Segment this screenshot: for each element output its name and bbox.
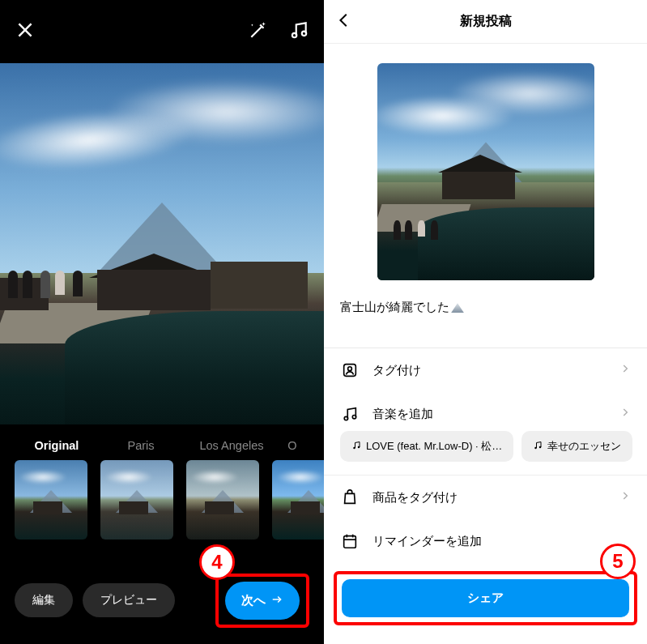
svg-point-12 xyxy=(539,446,542,448)
music-chip-2-label: 幸せのエッセン xyxy=(547,439,621,454)
annotation-badge-4: 4 xyxy=(199,544,235,580)
next-button-label: 次へ xyxy=(241,593,266,608)
filter-thumb-losangeles[interactable] xyxy=(186,460,259,540)
calendar-icon xyxy=(340,532,360,550)
new-post-header: 新規投稿 xyxy=(324,0,647,44)
annotation-badge-5: 5 xyxy=(600,544,636,579)
svg-point-11 xyxy=(535,446,538,449)
option-tag-people[interactable]: タグ付け xyxy=(324,348,647,392)
option-add-reminder[interactable]: リマインダーを追加 xyxy=(324,519,647,563)
edit-screen: Original Paris Los Angeles O 編集 プレビュー 4 … xyxy=(0,0,324,644)
filter-label-paris[interactable]: Paris xyxy=(99,439,183,452)
music-chip-1-label: LOVE (feat. Mr.Low-D) · 松… xyxy=(366,439,502,454)
filter-thumb-paris[interactable] xyxy=(100,460,173,540)
svg-point-3 xyxy=(302,32,306,36)
post-preview-image[interactable] xyxy=(377,63,594,280)
svg-point-7 xyxy=(344,416,347,420)
post-options: タグ付け 音楽を追加 LOVE (feat. Mr.Low-D) · 松… 幸せ… xyxy=(324,348,647,563)
shopping-bag-icon xyxy=(340,488,360,506)
new-post-screen: 新規投稿 富士山が綺麗でした タグ付け xyxy=(324,0,647,644)
chevron-right-icon xyxy=(619,363,631,377)
svg-point-6 xyxy=(348,367,352,371)
close-icon[interactable] xyxy=(15,19,36,44)
edit-bottom-bar: 編集 プレビュー 4 次へ xyxy=(0,571,324,644)
option-tag-people-label: タグ付け xyxy=(372,363,607,378)
main-photo-preview[interactable] xyxy=(0,63,324,424)
annotation-highlight-5: 5 シェア xyxy=(334,571,637,625)
music-note-icon xyxy=(340,405,360,423)
chevron-right-icon xyxy=(619,407,631,421)
option-add-music[interactable]: 音楽を追加 xyxy=(324,392,647,431)
filter-thumb-original[interactable] xyxy=(15,460,87,540)
back-icon[interactable] xyxy=(335,11,353,32)
music-suggestions: LOVE (feat. Mr.Low-D) · 松… 幸せのエッセン xyxy=(324,431,647,476)
arrow-right-icon xyxy=(270,594,283,608)
music-chip-1[interactable]: LOVE (feat. Mr.Low-D) · 松… xyxy=(340,431,513,462)
option-tag-products[interactable]: 商品をタグ付け xyxy=(324,476,647,519)
caption-text: 富士山が綺麗でした xyxy=(340,301,449,313)
music-chip-icon xyxy=(351,441,361,453)
share-button[interactable]: シェア xyxy=(342,579,629,617)
music-chip-icon xyxy=(533,441,543,453)
next-button[interactable]: 次へ xyxy=(225,582,300,620)
chevron-right-icon xyxy=(619,490,631,505)
svg-rect-13 xyxy=(344,536,356,548)
option-tag-products-label: 商品をタグ付け xyxy=(372,490,607,505)
option-add-reminder-label: リマインダーを追加 xyxy=(372,534,631,549)
music-icon[interactable] xyxy=(288,19,309,44)
svg-point-9 xyxy=(353,446,355,449)
tag-people-icon xyxy=(340,361,360,379)
filter-label-next[interactable]: O xyxy=(280,439,304,452)
filter-thumb-next[interactable] xyxy=(272,460,324,540)
post-preview-wrap xyxy=(324,44,647,292)
edit-top-bar xyxy=(0,0,324,63)
filter-label-losangeles[interactable]: Los Angeles xyxy=(183,439,280,452)
preview-button[interactable]: プレビュー xyxy=(83,583,175,617)
page-title: 新規投稿 xyxy=(460,13,512,30)
option-add-music-label: 音楽を追加 xyxy=(372,407,607,422)
filter-strip: Original Paris Los Angeles O xyxy=(0,424,324,540)
caption-input[interactable]: 富士山が綺麗でした xyxy=(324,292,647,348)
filter-label-original[interactable]: Original xyxy=(15,439,99,452)
music-chip-2[interactable]: 幸せのエッセン xyxy=(521,431,632,462)
svg-point-2 xyxy=(292,33,296,37)
svg-point-10 xyxy=(358,446,360,448)
fuji-emoji-icon xyxy=(451,303,464,313)
magic-wand-icon[interactable] xyxy=(248,19,269,44)
svg-point-8 xyxy=(352,415,355,418)
annotation-highlight-4: 4 次へ xyxy=(215,574,309,628)
edit-button[interactable]: 編集 xyxy=(15,583,73,617)
